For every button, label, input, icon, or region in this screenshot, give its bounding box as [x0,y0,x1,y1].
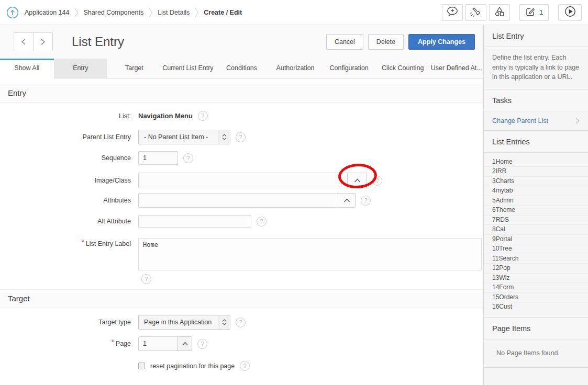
help-icon[interactable]: ? [236,318,246,327]
target-section-header: Target [0,289,483,308]
page-input[interactable] [138,336,178,351]
help-icon[interactable]: ? [361,196,371,206]
select-spinner-icon [218,315,230,329]
page-popup-lov-button[interactable] [177,336,192,351]
page-edit-icon [525,6,536,18]
tab-entry[interactable]: Entry [54,59,108,78]
list-entry-item[interactable]: 9Portal [484,235,588,245]
reset-pagination-checkbox[interactable] [138,363,145,369]
tab-configuration[interactable]: Configuration [322,59,376,78]
list-value: Navigation Menu [138,112,193,120]
chevron-right-icon [575,118,580,124]
reset-pagination-row: reset pagination for this page ? [0,361,483,371]
tab-conditions[interactable]: Conditions [215,59,269,78]
alt-attribute-label: Alt Attribute [0,218,138,225]
page-label: *Page [0,340,138,347]
list-entry-label-textarea[interactable]: Home [138,238,482,270]
previous-entry-button[interactable] [14,32,34,51]
list-entry-item[interactable]: 14Form [484,283,588,293]
help-icon[interactable]: ? [236,132,246,142]
attributes-label: Attributes [0,197,138,204]
spotlight-search-icon [470,6,482,18]
breadcrumb-create-edit: Create / Edit [204,9,242,16]
entry-section-header: Entry [0,84,483,103]
record-navigation [14,32,53,51]
spotlight-search-button[interactable] [465,4,486,21]
change-parent-list-link[interactable]: Change Parent List [484,111,588,131]
header-buttons: Cancel Delete Apply Changes [326,34,475,50]
shared-components-icon [494,6,505,18]
breadcrumb-application[interactable]: Application 144 [25,9,69,16]
target-type-select[interactable]: Page in this Application [138,315,230,330]
list-entry-item[interactable]: 2IRR [484,167,588,177]
reset-pagination-label[interactable]: reset pagination for this page [150,363,235,370]
change-parent-list-label: Change Parent List [492,117,548,124]
attributes-lov-group [138,193,356,208]
sequence-input[interactable] [138,151,178,165]
attributes-input[interactable] [138,193,338,208]
list-entry-item[interactable]: 13Wiz [484,274,588,284]
alt-attribute-row: Alt Attribute ? [0,215,483,228]
page-number: 1 [539,8,543,16]
help-icon[interactable]: ? [197,339,207,349]
tab-target[interactable]: Target [107,59,161,78]
list-entry-item[interactable]: 6Theme [484,206,588,216]
sidebar-about-text: Define the list entry. Each entry is typ… [484,47,588,89]
image-class-input[interactable] [138,173,348,188]
page-title: List Entry [72,35,124,49]
breadcrumb-shared-components[interactable]: Shared Components [83,9,143,16]
breadcrumb-separator-icon [74,6,79,19]
tab-show-all[interactable]: Show All [0,59,54,79]
list-entries-list: 1Home 2IRR 3Charts 4mytab 5Admin 6Theme … [484,153,588,318]
list-entry-item[interactable]: 15Orders [484,293,588,303]
list-entry-item[interactable]: 7RDS [484,216,588,225]
help-icon[interactable]: ? [198,111,208,121]
list-row: List: Navigation Menu ? [0,111,483,121]
list-entry-item[interactable]: 8Cal [484,225,588,235]
image-class-row: Image/Class ? [0,173,483,188]
tab-current-list-entry[interactable]: Current List Entry [161,59,215,78]
parent-list-entry-select[interactable]: - No Parent List Item - [138,130,230,144]
main-panel: List Entry Cancel Delete Apply Changes S… [0,25,483,385]
run-page-button[interactable] [558,4,582,21]
image-class-popup-lov-button[interactable] [347,173,367,188]
alt-attribute-input[interactable] [138,215,251,228]
list-entry-item[interactable]: 1Home [484,157,588,167]
breadcrumb-list-details[interactable]: List Details [158,9,190,16]
attributes-popup-lov-button[interactable] [338,193,356,208]
parent-list-entry-value: - No Parent List Item - [139,130,218,144]
sequence-label: Sequence [0,154,138,162]
list-entry-item[interactable]: 11Search [484,254,588,264]
shared-components-button[interactable] [489,4,510,21]
list-entry-label-label: *List Entry Label [0,238,138,247]
list-entry-item[interactable]: 3Charts [484,177,588,187]
cancel-button[interactable]: Cancel [326,34,363,50]
help-icon[interactable]: ? [372,176,382,186]
apply-changes-button[interactable]: Apply Changes [408,34,475,50]
list-entry-item[interactable]: 16Cust [484,302,588,312]
help-icon[interactable]: ? [257,217,267,227]
next-entry-button[interactable] [33,32,53,51]
breadcrumb-separator-icon [194,6,199,19]
right-sidebar: List Entry Define the list entry. Each e… [483,25,588,385]
help-icon[interactable]: ? [141,274,151,284]
page-label-text: Page [116,340,131,347]
list-entry-item[interactable]: 5Admin [484,196,588,206]
list-entry-label-row: *List Entry Label Home [0,238,483,270]
feedback-button[interactable] [442,4,463,21]
help-icon[interactable]: ? [240,361,250,371]
list-entry-item[interactable]: 10Tree [484,244,588,254]
target-type-row: Target type Page in this Application ? [0,315,483,330]
sidebar-tasks-title: Tasks [484,89,588,111]
list-entry-item[interactable]: 4mytab [484,186,588,196]
app-up-icon[interactable] [6,6,19,19]
page-edit-button[interactable]: 1 [519,4,549,21]
page-lov-group [138,336,192,351]
sidebar-about-title: List Entry [484,25,588,47]
tab-authorization[interactable]: Authorization [269,59,323,78]
help-icon[interactable]: ? [183,153,193,163]
tab-user-defined-attributes[interactable]: User Defined At... [430,59,484,78]
delete-button[interactable]: Delete [368,34,404,50]
list-entry-item[interactable]: 12Pop [484,264,588,274]
tab-click-counting[interactable]: Click Counting [376,59,430,78]
